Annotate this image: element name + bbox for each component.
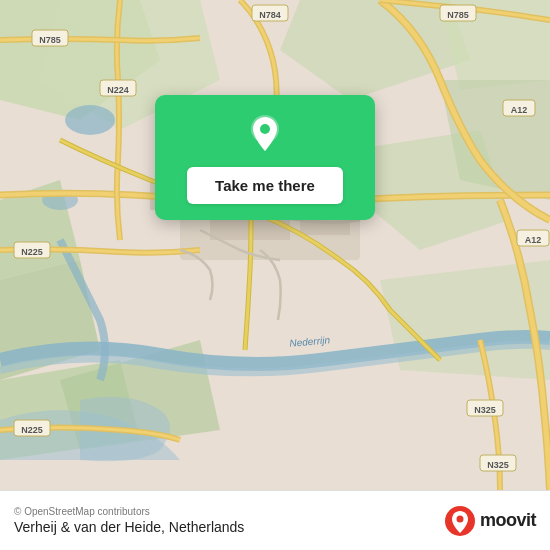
svg-text:N785: N785 [447, 10, 469, 20]
moovit-logo[interactable]: moovit [444, 505, 536, 537]
svg-text:N225: N225 [21, 425, 43, 435]
location-pin-icon [243, 113, 287, 157]
svg-text:N784: N784 [259, 10, 281, 20]
svg-text:N325: N325 [474, 405, 496, 415]
svg-text:A12: A12 [511, 105, 528, 115]
location-name: Verheij & van der Heide, Netherlands [14, 519, 244, 535]
svg-text:N224: N224 [107, 85, 129, 95]
svg-point-45 [456, 515, 463, 522]
svg-point-43 [260, 124, 270, 134]
moovit-wordmark: moovit [480, 510, 536, 531]
attribution-text: © OpenStreetMap contributors [14, 506, 244, 517]
svg-text:N785: N785 [39, 35, 61, 45]
svg-text:N225: N225 [21, 247, 43, 257]
footer-bar: © OpenStreetMap contributors Verheij & v… [0, 490, 550, 550]
popup-card: Take me there [155, 95, 375, 220]
map-container: N785 N784 N785 A12 A12 N224 N225 N225 [0, 0, 550, 490]
moovit-brand-icon [444, 505, 476, 537]
svg-text:A12: A12 [525, 235, 542, 245]
take-me-there-button[interactable]: Take me there [187, 167, 343, 204]
svg-point-12 [65, 105, 115, 135]
footer-left: © OpenStreetMap contributors Verheij & v… [14, 506, 244, 535]
svg-text:N325: N325 [487, 460, 509, 470]
app: N785 N784 N785 A12 A12 N224 N225 N225 [0, 0, 550, 550]
